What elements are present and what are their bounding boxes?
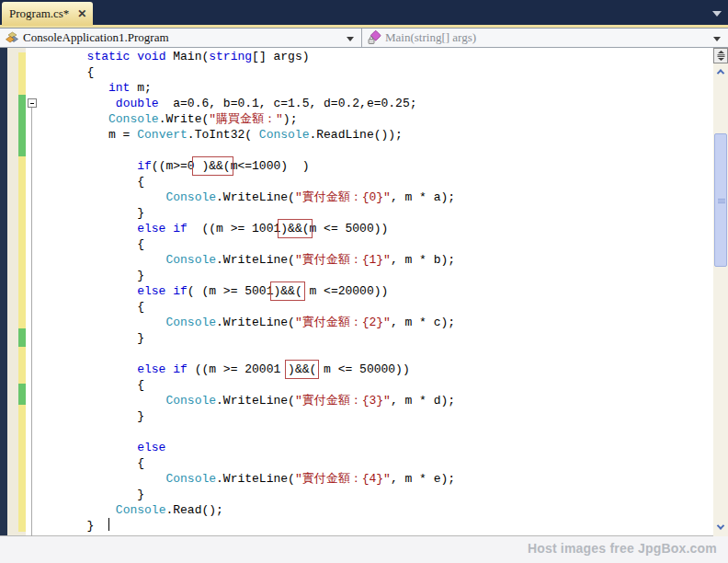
code-token: else xyxy=(137,284,165,298)
code-line[interactable]: { xyxy=(37,64,455,80)
code-line[interactable]: Console.WriteLine("實付金額：{0}", m * a); xyxy=(37,190,455,205)
code-line[interactable]: Console.WriteLine("實付金額：{2}", m * c); xyxy=(37,315,455,330)
code-line[interactable]: { xyxy=(37,455,455,471)
page-background: Host images free JpgBox.com xyxy=(0,536,728,563)
scroll-thumb[interactable] xyxy=(714,133,727,267)
code-line[interactable]: } xyxy=(37,408,455,424)
code-line[interactable]: } xyxy=(37,518,455,534)
code-token: if xyxy=(173,284,188,298)
code-token: , m * c); xyxy=(391,316,455,329)
code-token: "實付金額：{2}" xyxy=(295,316,391,329)
code-line[interactable]: } xyxy=(37,268,455,283)
code-token: , m * e); xyxy=(391,472,455,486)
code-token: ); xyxy=(283,112,298,126)
code-token: else xyxy=(137,441,165,454)
tab-overflow-chevron-down-icon[interactable] xyxy=(712,11,722,17)
change-bar-segment-green xyxy=(18,95,26,156)
code-line[interactable]: Console.Read(); xyxy=(37,502,455,518)
code-token: .Read(); xyxy=(165,503,222,517)
code-token: Console xyxy=(165,394,216,408)
code-line[interactable]: else if ((m >= 1001)&&(m <= 5000)) xyxy=(37,221,455,236)
code-token: .WriteLine( xyxy=(216,394,295,408)
annotation-red-box: )&&( xyxy=(288,362,316,376)
code-token: ((m>=0 xyxy=(152,159,195,173)
splitter-handle[interactable] xyxy=(713,48,728,63)
code-token: m <=20000)) xyxy=(302,284,389,298)
tab-program-cs[interactable]: Program.cs* ✕ xyxy=(2,2,93,26)
code-line[interactable]: static void Main(string[] args) xyxy=(37,49,455,64)
code-line[interactable]: int m; xyxy=(37,80,455,96)
code-token: Console xyxy=(116,503,166,517)
code-line[interactable] xyxy=(37,143,455,158)
code-token: } xyxy=(137,206,144,220)
watermark-text: Host images free JpgBox.com xyxy=(528,541,717,556)
code-line[interactable]: { xyxy=(37,377,455,393)
code-line[interactable]: Console.WriteLine("實付金額：{1}", m * b); xyxy=(37,252,455,268)
code-line[interactable] xyxy=(37,346,455,362)
code-token: .WriteLine( xyxy=(216,190,295,204)
method-icon xyxy=(367,30,381,45)
code-token: a=0.6, b=0.1, c=1.5, d=0.2,e=0.25; xyxy=(159,97,417,110)
scroll-up-button[interactable] xyxy=(713,64,728,79)
annotation-red-box: )&&( xyxy=(195,159,231,173)
members-combo-value: Main(string[] args) xyxy=(385,30,476,45)
code-token: void xyxy=(137,50,165,63)
types-combo-value: ConsoleApplication1.Program xyxy=(23,30,169,45)
code-line[interactable]: else if ((m >= 20001 )&&( m <= 50000)) xyxy=(37,362,455,377)
change-bar-segment-yellow xyxy=(18,52,26,95)
code-line[interactable]: { xyxy=(37,174,455,190)
chevron-down-icon[interactable] xyxy=(713,37,721,41)
code-token: "實付金額：{4}" xyxy=(295,472,391,486)
collapse-minus-icon[interactable] xyxy=(28,98,37,108)
thumb-grip-icon xyxy=(718,199,725,203)
code-line[interactable]: Console.Write("購買金額："); xyxy=(37,111,455,127)
code-token: "實付金額：{3}" xyxy=(295,394,391,408)
code-line[interactable]: if((m>=0 )&&(m<=1000) ) xyxy=(37,158,455,174)
code-token: int xyxy=(108,81,130,95)
change-bar-segment-yellow xyxy=(18,156,26,328)
scroll-down-button[interactable] xyxy=(713,520,728,534)
code-token: .ReadLine()); xyxy=(309,128,402,142)
code-token: m = xyxy=(108,128,137,142)
code-editor: static void Main(string[] args) { int m;… xyxy=(0,48,728,536)
types-combo[interactable]: ConsoleApplication1.Program xyxy=(0,29,362,47)
close-icon[interactable]: ✕ xyxy=(77,8,86,19)
code-token: , m * b); xyxy=(391,253,455,267)
code-line[interactable]: { xyxy=(37,236,455,252)
code-token: { xyxy=(137,300,144,314)
members-combo[interactable]: Main(string[] args) xyxy=(362,29,728,47)
editor-scrollbar[interactable] xyxy=(713,48,728,536)
navigation-bar: ConsoleApplication1.Program Main(string[… xyxy=(0,28,728,48)
fold-region-line xyxy=(31,108,32,563)
code-line[interactable] xyxy=(37,424,455,440)
code-line[interactable]: } xyxy=(37,487,455,502)
text-caret xyxy=(108,518,109,531)
code-line[interactable]: } xyxy=(37,330,455,346)
code-token: Console xyxy=(165,316,216,329)
code-token: .WriteLine( xyxy=(216,316,295,329)
annotation-red-box: )&&( xyxy=(273,284,301,298)
code-line[interactable]: Console.WriteLine("實付金額：{3}", m * d); xyxy=(37,393,455,408)
code-token: { xyxy=(137,175,144,189)
chevron-down-icon[interactable] xyxy=(347,37,354,41)
code-token: m; xyxy=(130,81,151,95)
code-token: Console xyxy=(259,128,310,142)
code-line[interactable]: else if( (m >= 5001)&&( m <=20000)) xyxy=(37,283,455,299)
annotation-red-box: )&&( xyxy=(280,222,309,236)
code-token: { xyxy=(87,65,95,79)
code-token: } xyxy=(137,488,144,501)
code-line[interactable]: } xyxy=(37,205,455,221)
code-line[interactable]: { xyxy=(37,299,455,315)
code-line[interactable]: m = Convert.ToInt32( Console.ReadLine())… xyxy=(37,127,455,143)
code-token: else xyxy=(137,362,165,376)
code-line[interactable]: double a=0.6, b=0.1, c=1.5, d=0.2,e=0.25… xyxy=(37,96,455,111)
code-token: .Write( xyxy=(159,112,210,126)
tab-label: Program.cs* xyxy=(9,6,69,21)
editor-left-edge xyxy=(0,48,7,535)
code-line[interactable]: else xyxy=(37,440,455,455)
code-line[interactable]: Console.WriteLine("實付金額：{4}", m * e); xyxy=(37,471,455,487)
class-icon xyxy=(5,30,19,45)
code-token: ( (m >= 5001 xyxy=(188,284,274,298)
code-token: } xyxy=(137,409,144,423)
code-token: double xyxy=(116,97,159,110)
